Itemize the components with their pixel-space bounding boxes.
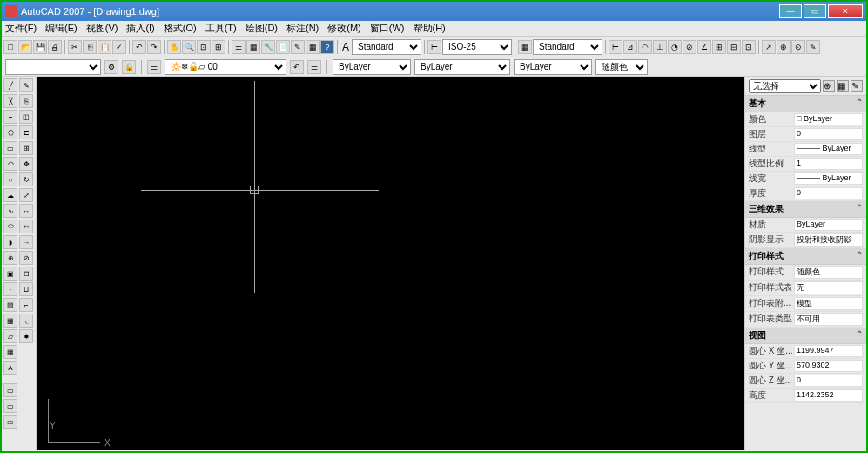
prop-value[interactable]: 1199.9947: [794, 345, 863, 357]
dim-quick-icon[interactable]: ⊞: [712, 40, 726, 54]
menu-modify[interactable]: 修改(M): [327, 22, 361, 35]
menu-file[interactable]: 文件(F): [5, 22, 37, 35]
selectobj-icon[interactable]: ▦: [837, 80, 849, 92]
new-icon[interactable]: □: [3, 40, 17, 54]
prop-row-view-3[interactable]: 高度1142.2352: [745, 389, 866, 403]
pline-icon[interactable]: ⌐: [3, 110, 17, 124]
sheet-icon[interactable]: 📄: [276, 40, 290, 54]
paste-icon[interactable]: 📋: [98, 40, 111, 54]
dim-leader-icon[interactable]: ↗: [762, 40, 776, 54]
menu-window[interactable]: 窗口(W): [370, 22, 405, 35]
mirror-icon[interactable]: ◫: [19, 110, 33, 124]
prop-row-basic-0[interactable]: 颜色□ ByLayer: [745, 112, 866, 127]
fillet-icon[interactable]: ◟: [19, 314, 33, 328]
array-icon[interactable]: ⊞: [19, 141, 33, 155]
rectangle-icon[interactable]: ▭: [3, 141, 17, 155]
mtext-icon[interactable]: A: [3, 361, 17, 375]
prop-value[interactable]: 随颜色: [794, 266, 863, 279]
match-icon[interactable]: ✓: [112, 40, 126, 54]
menu-tools[interactable]: 工具(T): [205, 22, 237, 35]
prop-row-threed-1[interactable]: 阴影显示投射和接收阴影: [745, 233, 866, 248]
redo-icon[interactable]: ↷: [147, 40, 161, 54]
join-icon[interactable]: ⊔: [19, 282, 33, 296]
break-point-icon[interactable]: ⊘: [19, 251, 33, 265]
cut-icon[interactable]: ✂: [68, 40, 82, 54]
dim-radius-icon[interactable]: ◔: [668, 40, 682, 54]
zoom-prev-icon[interactable]: ⊞: [212, 40, 225, 54]
insert-block-icon[interactable]: ⊕: [3, 251, 17, 265]
menu-help[interactable]: 帮助(H): [414, 22, 446, 35]
menu-dimension[interactable]: 标注(N): [286, 22, 319, 35]
open-icon[interactable]: 📂: [18, 40, 32, 54]
prop-value[interactable]: 0: [794, 375, 863, 387]
xline-icon[interactable]: ╳: [3, 94, 17, 108]
dim-edit-icon[interactable]: ✎: [806, 40, 820, 54]
text-style-combo[interactable]: Standard: [352, 39, 421, 55]
quickselect-icon[interactable]: ⊕: [823, 80, 835, 92]
plotstyle-combo[interactable]: 随颜色: [595, 59, 648, 75]
pickadd-icon[interactable]: ✎: [851, 80, 863, 92]
menu-view[interactable]: 视图(V): [86, 22, 118, 35]
prop-row-threed-0[interactable]: 材质ByLayer: [745, 218, 866, 233]
prop-value[interactable]: 投射和接收阴影: [794, 233, 863, 247]
layer-prev-icon[interactable]: ↶: [290, 60, 304, 74]
menu-edit[interactable]: 编辑(E): [45, 22, 77, 35]
dc-icon[interactable]: ▦: [246, 40, 260, 54]
props-icon[interactable]: ☰: [232, 40, 246, 54]
prop-value[interactable]: ByLayer: [794, 219, 863, 231]
dim-continue-icon[interactable]: ⊡: [742, 40, 756, 54]
maximize-button[interactable]: ▭: [804, 4, 826, 18]
prop-value[interactable]: ——— ByLayer: [794, 172, 863, 185]
model-tab-icon[interactable]: ▭: [3, 383, 17, 397]
markup-icon[interactable]: ✎: [291, 40, 305, 54]
prop-row-basic-1[interactable]: 图层0: [745, 127, 866, 142]
prop-row-view-0[interactable]: 圆心 X 坐...1199.9947: [745, 344, 866, 359]
section-view[interactable]: 视图⌃: [745, 328, 866, 344]
line-icon[interactable]: ╱: [3, 78, 17, 92]
tablestyle-icon[interactable]: ▦: [518, 40, 532, 54]
prop-value[interactable]: 1: [794, 158, 863, 170]
rotate-icon[interactable]: ↻: [19, 172, 33, 186]
prop-value[interactable]: 模型: [794, 297, 863, 310]
trim-icon[interactable]: ✂: [19, 220, 33, 233]
prop-value[interactable]: 不可用: [794, 313, 863, 326]
erase-icon[interactable]: ✎: [19, 78, 33, 92]
prop-value[interactable]: 570.9302: [794, 360, 863, 372]
plot-icon[interactable]: 🖨: [48, 40, 62, 54]
drawing-canvas[interactable]: Y X: [37, 77, 744, 450]
prop-row-plot-2[interactable]: 打印表附...模型: [745, 296, 866, 312]
chamfer-icon[interactable]: ⌐: [19, 298, 33, 312]
explode-icon[interactable]: ✸: [19, 329, 33, 343]
move-icon[interactable]: ✥: [19, 157, 33, 171]
zoom-rt-icon[interactable]: 🔍: [182, 40, 196, 54]
layout1-tab-icon[interactable]: ▭: [3, 399, 17, 413]
ellipse-arc-icon[interactable]: ◗: [3, 235, 17, 249]
revcloud-icon[interactable]: ☁: [3, 188, 17, 202]
spline-icon[interactable]: ∿: [3, 204, 17, 218]
tools-icon[interactable]: 🔧: [261, 40, 275, 54]
prop-row-view-2[interactable]: 圆心 Z 坐...0: [745, 374, 866, 389]
layer-states-icon[interactable]: ☰: [307, 60, 321, 74]
region-icon[interactable]: ▱: [3, 329, 17, 343]
make-block-icon[interactable]: ▣: [3, 267, 17, 281]
gradient-icon[interactable]: ▦: [3, 314, 17, 328]
zoom-win-icon[interactable]: ⊡: [197, 40, 211, 54]
offset-icon[interactable]: ⊏: [19, 125, 33, 139]
scale-icon[interactable]: ⤢: [19, 188, 33, 202]
layer-props-icon[interactable]: ☰: [147, 60, 161, 74]
prop-row-view-1[interactable]: 圆心 Y 坐...570.9302: [745, 359, 866, 374]
polygon-icon[interactable]: ⬠: [3, 125, 17, 139]
extend-icon[interactable]: →: [19, 235, 33, 249]
table-style-combo[interactable]: Standard: [533, 39, 602, 55]
arc-icon[interactable]: ◠: [3, 157, 17, 171]
dimstyle-icon[interactable]: ⊢: [427, 40, 441, 54]
layer-combo[interactable]: 🔆❄🔓▱ 00: [165, 59, 286, 75]
dim-ordinate-icon[interactable]: ⊥: [653, 40, 667, 54]
dim-linear-icon[interactable]: ⊢: [609, 40, 622, 54]
prop-value[interactable]: □ ByLayer: [794, 113, 863, 125]
prop-row-plot-0[interactable]: 打印样式随颜色: [745, 265, 866, 281]
dim-arc-icon[interactable]: ◠: [638, 40, 652, 54]
menu-insert[interactable]: 插入(I): [126, 22, 154, 35]
minimize-button[interactable]: —: [779, 4, 802, 18]
dim-style-combo[interactable]: ISO-25: [442, 39, 512, 55]
